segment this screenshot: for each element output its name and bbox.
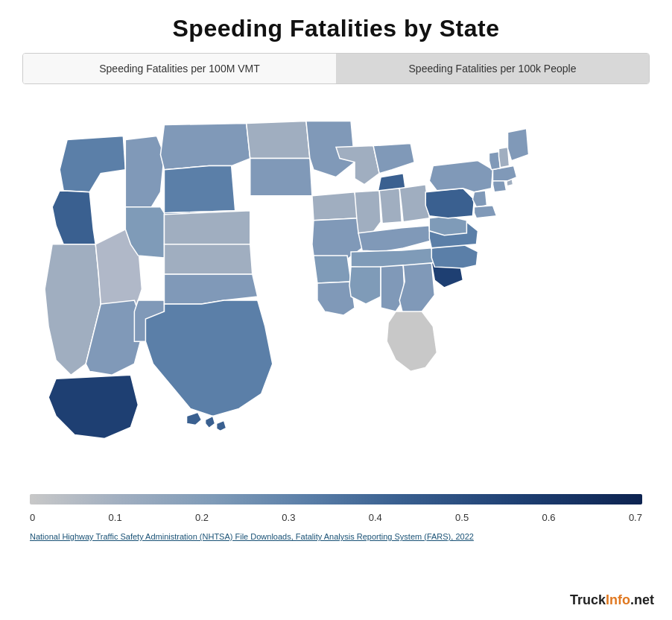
svg-marker-50 (187, 412, 202, 425)
svg-marker-12 (250, 159, 312, 196)
svg-marker-48 (508, 129, 529, 161)
svg-marker-51 (206, 416, 215, 428)
legend-label-1: 0.1 (109, 512, 122, 523)
legend-label-0: 0 (30, 512, 35, 523)
legend-area: 0 0.1 0.2 0.3 0.4 0.5 0.6 0.7 (15, 487, 657, 528)
svg-marker-27 (399, 185, 429, 222)
us-map (15, 92, 657, 487)
svg-marker-20 (314, 256, 351, 283)
svg-marker-1 (52, 191, 95, 244)
legend-labels: 0 0.1 0.2 0.3 0.4 0.5 0.6 0.7 (30, 510, 642, 525)
legend-bar (30, 494, 642, 504)
tab-vmt[interactable]: Speeding Fatalities per 100M VMT (23, 54, 336, 83)
svg-marker-15 (164, 274, 257, 304)
page-container: Speeding Fatalities by State Speeding Fa… (0, 0, 672, 620)
svg-marker-42 (474, 206, 496, 218)
svg-marker-37 (429, 216, 466, 235)
svg-marker-52 (217, 420, 226, 431)
legend-label-5: 0.5 (455, 512, 469, 523)
legend-label-3: 0.3 (282, 512, 295, 523)
legend-label-6: 0.6 (542, 512, 556, 523)
svg-marker-0 (60, 136, 125, 192)
legend-label-7: 0.7 (629, 512, 642, 523)
tab-people[interactable]: Speeding Fatalities per 100k People (336, 54, 649, 83)
brand-truck: Truck (570, 592, 606, 607)
svg-marker-39 (429, 161, 492, 192)
svg-marker-4 (125, 136, 164, 211)
source-link[interactable]: National Highway Traffic Safety Administ… (15, 528, 657, 544)
tab-bar: Speeding Fatalities per 100M VMT Speedin… (22, 53, 650, 84)
brand-info: Info (606, 592, 630, 607)
svg-marker-40 (472, 191, 486, 207)
map-area (15, 92, 657, 487)
legend-label-4: 0.4 (369, 512, 382, 523)
page-title: Speeding Fatalities by State (15, 7, 657, 53)
svg-marker-18 (312, 192, 358, 221)
brand: TruckInfo.net (570, 592, 654, 608)
svg-marker-23 (373, 144, 414, 174)
svg-marker-5 (160, 123, 250, 169)
svg-marker-25 (355, 191, 381, 237)
svg-marker-33 (387, 311, 437, 371)
svg-marker-16 (145, 300, 272, 416)
svg-marker-49 (48, 375, 138, 438)
brand-net: .net (630, 592, 654, 607)
svg-marker-38 (425, 189, 474, 218)
svg-marker-30 (349, 267, 381, 304)
svg-marker-14 (164, 244, 252, 274)
svg-marker-26 (379, 189, 402, 224)
svg-marker-13 (164, 211, 250, 244)
svg-marker-6 (164, 166, 235, 213)
svg-marker-32 (399, 263, 434, 315)
svg-marker-11 (247, 121, 310, 158)
legend-label-2: 0.2 (195, 512, 209, 523)
legend-bar-container (30, 494, 642, 507)
